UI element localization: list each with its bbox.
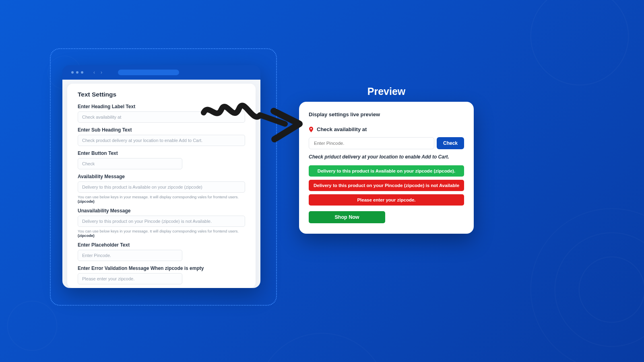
browser-body: Text Settings Enter Heading Label Text E… — [62, 80, 260, 288]
window-dot — [76, 71, 78, 74]
preview-heading: Display settings live preview — [309, 111, 464, 117]
settings-card: Text Settings Enter Heading Label Text E… — [67, 84, 256, 288]
button-input[interactable] — [78, 158, 182, 169]
pincode-input-row: Check — [309, 137, 464, 149]
pincode-input[interactable] — [309, 137, 434, 149]
placeholder-input[interactable] — [78, 250, 182, 261]
field-heading: Enter Heading Label Text — [78, 104, 245, 123]
unavailability-message: Delivery to this product on your Pincode… — [309, 180, 464, 191]
placeholder-label: Enter Placeholder Text — [78, 242, 245, 248]
url-bar[interactable] — [118, 70, 179, 75]
heading-input[interactable] — [78, 111, 245, 123]
field-button: Enter Button Text — [78, 150, 245, 169]
unavailability-helper: You can use below keys in your message. … — [78, 229, 245, 238]
field-subheading: Enter Sub Heading Text — [78, 127, 245, 146]
field-unavailability: Unavailability Message You can use below… — [78, 208, 245, 238]
preview-card: Display settings live preview Check avai… — [299, 102, 474, 234]
error-message: Please enter your zipcode. — [309, 194, 464, 206]
check-availability-row: Check availability at — [309, 126, 464, 132]
field-error: Enter Error Validation Message When zipc… — [78, 265, 245, 284]
window-dot — [71, 71, 74, 74]
preview-title: Preview — [366, 86, 407, 97]
location-pin-icon — [309, 127, 314, 132]
preview-subtext: Check priduct delivery at your location … — [309, 154, 464, 160]
forward-icon[interactable]: › — [99, 70, 104, 75]
back-icon[interactable]: ‹ — [91, 70, 97, 75]
error-input[interactable] — [78, 273, 182, 284]
svg-point-0 — [310, 128, 312, 130]
field-availability: Availability Message You can use below k… — [78, 174, 245, 204]
error-label: Enter Error Validation Message When zipc… — [78, 265, 245, 271]
availability-helper: You can use below keys in your message. … — [78, 195, 245, 204]
field-placeholder: Enter Placeholder Text — [78, 242, 245, 261]
subheading-input[interactable] — [78, 135, 245, 146]
check-button[interactable]: Check — [437, 137, 464, 149]
nav-arrows: ‹ › — [91, 70, 104, 75]
unavailability-input[interactable] — [78, 216, 245, 227]
availability-message: Delivery to this product is Available on… — [309, 165, 464, 177]
heading-label: Enter Heading Label Text — [78, 104, 245, 109]
check-availability-label: Check availability at — [317, 126, 367, 132]
browser-chrome: ‹ › — [62, 65, 260, 80]
availability-input[interactable] — [78, 181, 245, 193]
unavailability-label: Unavailability Message — [78, 208, 245, 214]
browser-window: ‹ › Text Settings Enter Heading Label Te… — [62, 65, 260, 288]
button-label: Enter Button Text — [78, 150, 245, 156]
text-settings-title: Text Settings — [78, 91, 245, 98]
subheading-label: Enter Sub Heading Text — [78, 127, 245, 133]
window-dot — [81, 71, 83, 74]
availability-label: Availability Message — [78, 174, 245, 179]
shop-now-button[interactable]: Shop Now — [309, 211, 385, 223]
